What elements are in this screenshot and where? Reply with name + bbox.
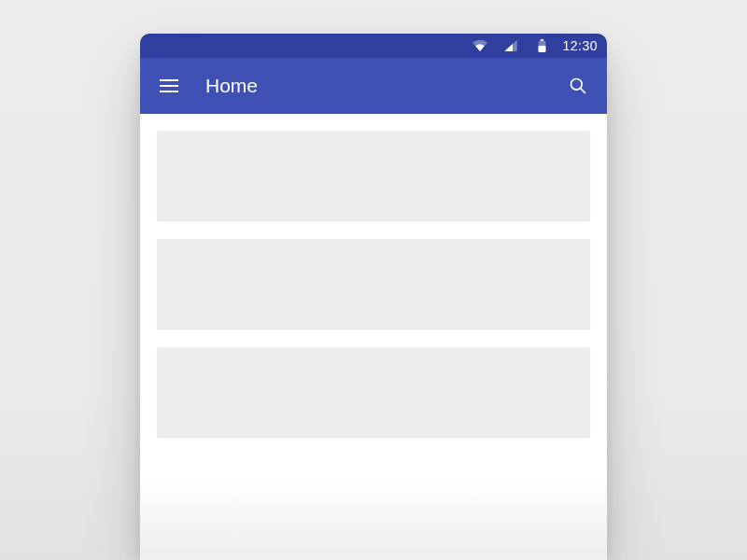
svg-line-7 (581, 89, 585, 93)
content-area (140, 114, 607, 437)
status-clock: 12:30 (562, 38, 598, 53)
list-item[interactable] (157, 347, 590, 437)
cellular-icon (499, 34, 523, 58)
battery-icon (529, 34, 554, 58)
bottom-fade (140, 476, 607, 560)
svg-rect-0 (541, 39, 544, 41)
device-frame: 12:30 Home (140, 34, 607, 560)
app-bar: Home (140, 58, 607, 114)
menu-icon[interactable] (157, 74, 181, 98)
search-icon[interactable] (566, 74, 590, 98)
wifi-icon (468, 34, 492, 58)
svg-rect-4 (160, 85, 178, 87)
page-title: Home (205, 75, 542, 97)
svg-rect-5 (160, 91, 178, 92)
list-item[interactable] (157, 131, 590, 220)
svg-rect-2 (539, 46, 546, 52)
svg-rect-3 (160, 79, 178, 81)
list-item[interactable] (157, 239, 590, 329)
status-bar: 12:30 (140, 34, 607, 58)
